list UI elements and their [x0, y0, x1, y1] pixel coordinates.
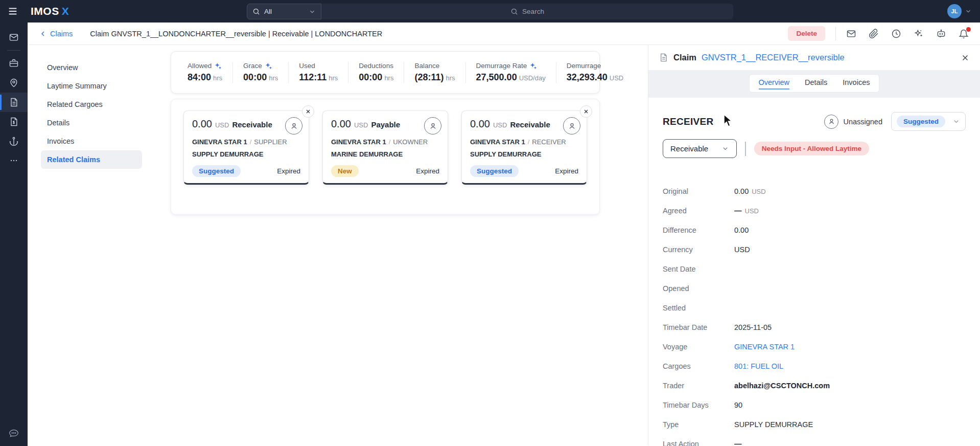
- related-claims-panel: 0.00 USD Receivable GINEVRA STAR 1/SUPPL…: [171, 99, 600, 215]
- close-icon[interactable]: [580, 105, 592, 118]
- chevron-down-icon: [952, 118, 960, 125]
- divider: [745, 142, 746, 156]
- tab-details[interactable]: Details: [805, 78, 827, 90]
- port-icon[interactable]: [0, 131, 28, 151]
- stat-label: Demurrage Rate: [476, 62, 527, 70]
- timebar-status: Expired: [555, 167, 578, 175]
- nav-item-related-cargoes[interactable]: Related Cargoes: [41, 95, 142, 114]
- field-row-timebar-days: Timebar Days 90: [663, 395, 966, 415]
- field-row-difference: Difference 0.00: [663, 220, 966, 240]
- field-label: Timebar Date: [663, 323, 734, 331]
- stat-unit: USD: [610, 74, 623, 82]
- tracking-icon[interactable]: [0, 73, 28, 93]
- claim-controls-row: Receivable Needs Input - Allowed Laytime: [663, 139, 966, 158]
- field-label: Original: [663, 187, 734, 195]
- assignee-label: Unassigned: [843, 118, 882, 126]
- workspace-icon[interactable]: [0, 54, 28, 73]
- section-heading: RECEIVER: [663, 116, 714, 127]
- stat-value: 00:00: [359, 72, 382, 82]
- field-row-currency: Currency USD: [663, 240, 966, 259]
- assignee-icon[interactable]: [563, 117, 580, 135]
- user-menu[interactable]: JL: [947, 4, 972, 18]
- close-icon[interactable]: [302, 105, 314, 118]
- imos-logo: IMOSX: [31, 5, 69, 17]
- direction-select[interactable]: Receivable: [663, 139, 737, 158]
- invoices-icon[interactable]: [0, 112, 28, 131]
- field-row-agreed: Agreed — USD: [663, 201, 966, 220]
- chat-bot-icon[interactable]: [936, 29, 946, 39]
- claim-detail-panel: Claim GNVSTR_1__RECEIVER__reversible Ove…: [648, 45, 980, 445]
- assignee-icon[interactable]: [824, 115, 838, 129]
- stat-label: Deductions: [359, 62, 393, 70]
- close-icon[interactable]: [961, 53, 970, 62]
- timebar-status: Expired: [416, 167, 439, 175]
- panel-title-link[interactable]: GNVSTR_1__RECEIVER__reversible: [702, 53, 845, 62]
- back-label: Claims: [50, 30, 73, 38]
- stat-value: 00:00: [243, 72, 267, 82]
- field-value: —: [734, 440, 742, 446]
- assignee-icon[interactable]: [285, 117, 302, 135]
- search-scope-select[interactable]: All: [247, 4, 321, 19]
- receiver-header-row: RECEIVER Unassigned Suggested: [663, 112, 966, 131]
- field-label: Trader: [663, 382, 734, 390]
- ai-sparkle-icon: [265, 62, 272, 70]
- field-label: Sent Date: [663, 265, 734, 273]
- nav-item-invoices[interactable]: Invoices: [41, 132, 142, 150]
- nav-item-laytime-summary[interactable]: Laytime Summary: [41, 77, 142, 95]
- rail-divider: [7, 50, 20, 51]
- stat-value: 32,293.40: [567, 72, 608, 82]
- status-badge: Suggested: [470, 165, 519, 177]
- field-suffix: USD: [752, 188, 765, 195]
- stat-allowed: Allowed 84:00hrs: [177, 62, 233, 83]
- claim-currency: USD: [493, 121, 507, 129]
- help-chat-icon[interactable]: [8, 428, 19, 439]
- mail-icon[interactable]: [0, 28, 28, 47]
- separator: /: [528, 138, 530, 146]
- tab-overview[interactable]: Overview: [759, 78, 789, 90]
- related-claims-area: Allowed 84:00hrs Grace 00:00hrs Used 112…: [156, 45, 648, 445]
- tab-invoices[interactable]: Invoices: [843, 78, 870, 90]
- notifications-bell-icon[interactable]: [959, 29, 969, 39]
- logo-imos-text: IMOS: [31, 5, 59, 17]
- field-value: 2025-11-05: [734, 323, 772, 331]
- field-value: 0.00: [734, 226, 749, 234]
- stat-unit: hrs: [269, 74, 278, 82]
- chevron-left-icon: [39, 30, 47, 38]
- field-value: 0.00: [734, 187, 749, 195]
- claim-card-receiver[interactable]: 0.00 USD Receivable GINEVRA STAR 1/RECEI…: [461, 110, 587, 185]
- field-label: Opened: [663, 284, 734, 293]
- back-to-claims[interactable]: Claims: [39, 30, 73, 38]
- field-label: Settled: [663, 304, 734, 312]
- nav-item-overview[interactable]: Overview: [41, 58, 142, 77]
- menu-icon[interactable]: [7, 6, 18, 17]
- chevron-down-icon: [965, 8, 972, 15]
- field-value: 90: [734, 401, 742, 409]
- assignee-icon[interactable]: [424, 117, 441, 135]
- separator: /: [389, 138, 391, 146]
- search-input[interactable]: Search: [321, 4, 733, 19]
- stat-grace: Grace 00:00hrs: [233, 62, 289, 83]
- claim-currency: USD: [354, 121, 368, 129]
- claim-card-supplier[interactable]: 0.00 USD Receivable GINEVRA STAR 1/SUPPL…: [183, 110, 309, 185]
- claim-card-ukowner[interactable]: 0.00 USD Payable GINEVRA STAR 1/UKOWNER …: [322, 110, 448, 185]
- ai-sparkles-icon[interactable]: [914, 29, 924, 39]
- avatar[interactable]: JL: [947, 4, 962, 18]
- field-label: Difference: [663, 226, 734, 234]
- search-icon: [252, 8, 260, 15]
- chevron-down-icon: [721, 145, 729, 152]
- mail-icon[interactable]: [846, 29, 856, 39]
- status-select[interactable]: Suggested: [891, 112, 966, 131]
- voyage-link[interactable]: GINEVRA STAR 1: [734, 343, 795, 351]
- nav-item-related-claims[interactable]: Related Claims: [41, 150, 142, 169]
- search-placeholder: Search: [522, 8, 544, 15]
- stat-demurrage: Demurrage 32,293.40USD: [556, 62, 634, 83]
- delete-button[interactable]: Delete: [788, 26, 825, 41]
- attachment-icon[interactable]: [869, 29, 879, 39]
- more-icon[interactable]: [0, 151, 28, 170]
- history-icon[interactable]: [891, 29, 901, 39]
- cargo-link[interactable]: 801: FUEL OIL: [734, 362, 783, 370]
- action-bar-right: Delete: [788, 26, 969, 41]
- claims-icon[interactable]: [0, 93, 28, 112]
- stat-value: 27,500.00: [476, 72, 517, 82]
- nav-item-details[interactable]: Details: [41, 114, 142, 132]
